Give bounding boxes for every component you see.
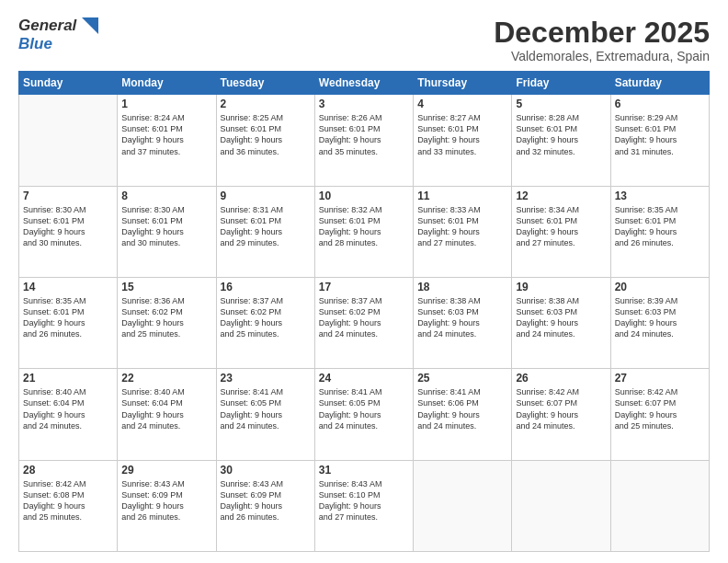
day-info-line: Sunset: 6:03 PM <box>615 307 677 316</box>
day-number: 3 <box>319 98 409 110</box>
day-info-line: Sunrise: 8:28 AM <box>516 113 579 122</box>
logo-general-text: General <box>18 17 76 35</box>
day-info-line: Daylight: 9 hours <box>319 410 381 419</box>
day-info-line: Sunset: 6:07 PM <box>516 398 577 408</box>
day-info-line: Daylight: 9 hours <box>23 501 85 511</box>
table-row: 9Sunrise: 8:31 AMSunset: 6:01 PMDaylight… <box>216 186 314 277</box>
day-info: Sunrise: 8:36 AMSunset: 6:02 PMDaylight:… <box>121 295 211 340</box>
day-info-line: Daylight: 9 hours <box>23 410 85 419</box>
day-info-line: and 27 minutes. <box>319 512 378 522</box>
day-info-line: Daylight: 9 hours <box>23 227 85 236</box>
calendar-week-row: 21Sunrise: 8:40 AMSunset: 6:04 PMDayligh… <box>19 369 710 460</box>
day-info-line: and 26 minutes. <box>221 512 279 522</box>
table-row: 21Sunrise: 8:40 AMSunset: 6:04 PMDayligh… <box>19 369 118 460</box>
day-info-line: and 25 minutes. <box>23 512 82 522</box>
day-number: 17 <box>319 281 409 293</box>
day-info-line: Sunset: 6:01 PM <box>319 124 381 133</box>
day-info-line: Daylight: 9 hours <box>319 501 381 511</box>
table-row <box>512 460 610 551</box>
day-info: Sunrise: 8:38 AMSunset: 6:03 PMDaylight:… <box>417 295 507 340</box>
table-row: 6Sunrise: 8:29 AMSunset: 6:01 PMDaylight… <box>610 95 709 186</box>
day-number: 28 <box>23 464 113 477</box>
table-row: 23Sunrise: 8:41 AMSunset: 6:05 PMDayligh… <box>216 369 314 460</box>
day-info-line: Sunset: 6:01 PM <box>319 216 381 225</box>
day-info-line: Sunset: 6:01 PM <box>615 216 677 225</box>
day-info-line: Sunrise: 8:33 AM <box>417 205 481 214</box>
day-info-line: and 35 minutes. <box>319 147 378 156</box>
day-info-line: Daylight: 9 hours <box>121 318 184 327</box>
table-row: 26Sunrise: 8:42 AMSunset: 6:07 PMDayligh… <box>512 369 610 460</box>
day-number: 15 <box>121 281 211 293</box>
table-row: 1Sunrise: 8:24 AMSunset: 6:01 PMDaylight… <box>118 95 216 186</box>
day-info-line: Daylight: 9 hours <box>121 227 184 236</box>
day-info-line: and 24 minutes. <box>319 329 378 339</box>
day-info: Sunrise: 8:28 AMSunset: 6:01 PMDaylight:… <box>516 112 606 157</box>
day-info-line: Sunrise: 8:32 AM <box>319 205 382 214</box>
day-number: 27 <box>615 372 705 385</box>
day-info-line: Sunrise: 8:42 AM <box>516 387 579 396</box>
day-number: 5 <box>516 98 606 110</box>
day-info-line: Sunrise: 8:29 AM <box>615 113 678 122</box>
svg-marker-0 <box>82 17 98 34</box>
day-info-line: Sunrise: 8:36 AM <box>121 296 185 305</box>
day-info-line: and 33 minutes. <box>417 147 476 156</box>
table-row: 10Sunrise: 8:32 AMSunset: 6:01 PMDayligh… <box>314 186 413 277</box>
day-info: Sunrise: 8:43 AMSunset: 6:09 PMDaylight:… <box>121 478 211 523</box>
day-info-line: Daylight: 9 hours <box>221 410 283 419</box>
day-info-line: Sunrise: 8:41 AM <box>417 387 481 396</box>
day-info-line: Sunset: 6:05 PM <box>319 398 381 408</box>
day-info-line: Sunset: 6:04 PM <box>23 398 85 408</box>
day-info-line: Sunset: 6:09 PM <box>221 490 282 500</box>
day-info-line: and 27 minutes. <box>516 238 574 247</box>
day-info-line: Sunrise: 8:30 AM <box>23 205 86 214</box>
table-row: 15Sunrise: 8:36 AMSunset: 6:02 PMDayligh… <box>118 277 216 368</box>
day-info: Sunrise: 8:42 AMSunset: 6:07 PMDaylight:… <box>516 386 606 431</box>
day-info-line: Sunset: 6:01 PM <box>221 124 282 133</box>
day-info-line: Sunset: 6:01 PM <box>516 216 577 225</box>
day-info-line: Sunrise: 8:43 AM <box>319 479 382 488</box>
col-tuesday: Tuesday <box>216 72 314 95</box>
day-info-line: and 27 minutes. <box>417 238 476 247</box>
day-info-line: Daylight: 9 hours <box>516 410 578 419</box>
day-info-line: and 24 minutes. <box>221 421 279 431</box>
day-info-line: Daylight: 9 hours <box>221 501 283 511</box>
day-info-line: Sunrise: 8:41 AM <box>221 387 284 396</box>
day-number: 19 <box>516 281 606 293</box>
day-info-line: Sunrise: 8:40 AM <box>121 387 185 396</box>
calendar-week-row: 14Sunrise: 8:35 AMSunset: 6:01 PMDayligh… <box>19 277 710 368</box>
day-info: Sunrise: 8:42 AMSunset: 6:07 PMDaylight:… <box>615 386 705 431</box>
day-info-line: Daylight: 9 hours <box>417 318 480 327</box>
table-row: 17Sunrise: 8:37 AMSunset: 6:02 PMDayligh… <box>314 277 413 368</box>
table-row: 8Sunrise: 8:30 AMSunset: 6:01 PMDaylight… <box>118 186 216 277</box>
table-row: 29Sunrise: 8:43 AMSunset: 6:09 PMDayligh… <box>118 460 216 551</box>
day-info-line: Daylight: 9 hours <box>516 135 578 144</box>
day-info-line: Sunset: 6:07 PM <box>615 398 677 408</box>
day-number: 11 <box>417 190 507 202</box>
day-info-line: Daylight: 9 hours <box>319 318 381 327</box>
calendar-table: Sunday Monday Tuesday Wednesday Thursday… <box>18 71 710 552</box>
day-number: 26 <box>516 372 606 385</box>
day-info: Sunrise: 8:25 AMSunset: 6:01 PMDaylight:… <box>221 112 311 157</box>
day-info-line: Daylight: 9 hours <box>417 227 480 236</box>
day-info: Sunrise: 8:37 AMSunset: 6:02 PMDaylight:… <box>221 295 311 340</box>
logo-flag-icon <box>78 17 98 34</box>
day-info: Sunrise: 8:34 AMSunset: 6:01 PMDaylight:… <box>516 204 606 249</box>
day-info-line: Sunset: 6:10 PM <box>319 490 381 500</box>
table-row <box>610 460 709 551</box>
day-info-line: Sunrise: 8:34 AM <box>516 205 579 214</box>
day-number: 8 <box>121 190 211 202</box>
day-info: Sunrise: 8:43 AMSunset: 6:10 PMDaylight:… <box>319 478 409 523</box>
table-row: 14Sunrise: 8:35 AMSunset: 6:01 PMDayligh… <box>19 277 118 368</box>
day-info: Sunrise: 8:33 AMSunset: 6:01 PMDaylight:… <box>417 204 507 249</box>
day-info-line: Sunrise: 8:38 AM <box>417 296 481 305</box>
day-info-line: Sunset: 6:03 PM <box>417 307 479 316</box>
table-row: 31Sunrise: 8:43 AMSunset: 6:10 PMDayligh… <box>314 460 413 551</box>
day-number: 10 <box>319 190 409 202</box>
table-row: 19Sunrise: 8:38 AMSunset: 6:03 PMDayligh… <box>512 277 610 368</box>
day-number: 25 <box>417 372 507 385</box>
day-info: Sunrise: 8:32 AMSunset: 6:01 PMDaylight:… <box>319 204 409 249</box>
month-title: December 2025 <box>494 17 710 49</box>
day-info: Sunrise: 8:37 AMSunset: 6:02 PMDaylight:… <box>319 295 409 340</box>
day-info-line: Sunrise: 8:35 AM <box>23 296 86 305</box>
day-info: Sunrise: 8:39 AMSunset: 6:03 PMDaylight:… <box>615 295 705 340</box>
